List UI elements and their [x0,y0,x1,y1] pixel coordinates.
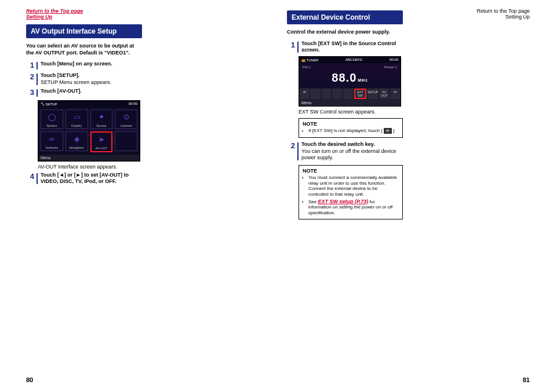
ext-sw-setup-link[interactable]: EXT SW setup (P.73) [318,199,368,204]
bar-btn-extsw: EXT SW [354,89,366,99]
section-header-external-device: External Device Control [287,10,403,24]
step-number: 2 [26,72,34,86]
step-2-sub: SETUP Menu screen appears. [41,79,111,85]
bar-btn [322,89,332,99]
step-2-text: Touch [SETUP]. [41,72,79,78]
setting-up-link[interactable]: Setting Up [26,14,52,20]
tuner-preset: Preset 1 [384,65,397,69]
scroll-left-icon: ≪ [384,128,392,134]
step-number: 4 [26,172,34,185]
tuner-clock: 00:00 [390,58,398,62]
note1-item: If [EXT SW] is not displayed, touch [ ≪ … [308,128,399,134]
tuner-title: 📻 TUNER [301,58,318,62]
bar-btn: ≪ [300,89,310,99]
setup-screenshot: 🔧 SETUP 00:00 ◯System ▭Display ✦Source ⊙… [38,100,140,162]
shot-title: 🔧 SETUP [41,102,57,106]
bar-btn: AV OUT [379,89,389,99]
tile-empty [115,131,137,151]
return-top-link-right[interactable]: Return to the Top page [477,8,530,14]
note-head: NOTE [303,121,399,127]
bar-btn [311,89,321,99]
step-r1-text: Touch [EXT SW] in the Source Control scr… [301,41,396,53]
note2-item2: See EXT SW setup (P.73) for information … [308,199,399,216]
bar-btn [332,89,342,99]
tile-source: ✦Source [90,109,113,129]
shot-menu: Menu [38,155,140,161]
bar-btn [343,89,353,99]
section-header-av-output: AV Output Interface Setup [26,24,142,38]
tile-system: ◯System [41,109,63,129]
step-number: 2 [287,141,295,162]
return-top-link[interactable]: Return to the Top page [26,8,83,14]
tile-navigation: ◈Navigation [66,131,88,151]
note-box-2: NOTE You must connect a commercially ava… [299,165,403,219]
page-number-left: 80 [26,376,33,383]
intro-text: You can select an AV source to be output… [26,43,136,56]
step-number: 1 [26,61,34,71]
step-r2-sub: You can turn on or off the external devi… [301,148,396,161]
step-3-text: Touch [AV-OUT]. [41,88,82,94]
top-links-right: Return to the Top page Setting Up [477,8,530,20]
shot-clock: 00:00 [129,102,137,106]
tile-software: ∞Software [41,131,63,151]
setting-up-link-right[interactable]: Setting Up [505,14,530,20]
step-number: 3 [26,88,34,98]
note2-item1: You must connect a commercially availabl… [308,175,399,197]
tuner-center: ABCDEFG [345,58,362,62]
bar-btn: ≫ [390,89,400,99]
step-number: 1 [287,41,295,54]
intro-text-right: Control the external device power supply… [287,29,397,36]
shot-caption: AV-OUT Interface screen appears. [38,164,142,170]
tile-camera: ⊙Camera [115,109,137,129]
note-box-1: NOTE If [EXT SW] is not displayed, touch… [299,118,403,138]
top-links-left: Return to the Top page Setting Up [26,8,258,20]
step-4-text: Touch [◄] or [►] to set [AV-OUT] to VIDE… [41,172,129,185]
bar-btn: SETUP [368,89,378,99]
step-1-text: Touch [Menu] on any screen. [41,61,112,67]
page-number-right: 81 [523,376,530,383]
tuner-band: FM 1 [303,65,311,69]
tuner-screenshot: 📻 TUNER ABCDEFG 00:00 FM 1 Preset 1 88.0… [299,56,401,107]
note-head: NOTE [303,168,399,174]
tile-display: ▭Display [66,109,88,129]
step-r2-text: Touch the desired switch key. [301,141,375,147]
tuner-caption: EXT SW Control screen appears. [299,109,403,115]
tuner-menu: Menu [299,100,401,106]
tuner-frequency: 88.0MHz [303,69,397,87]
tile-av-out: ➤AV-OUT [90,131,113,152]
